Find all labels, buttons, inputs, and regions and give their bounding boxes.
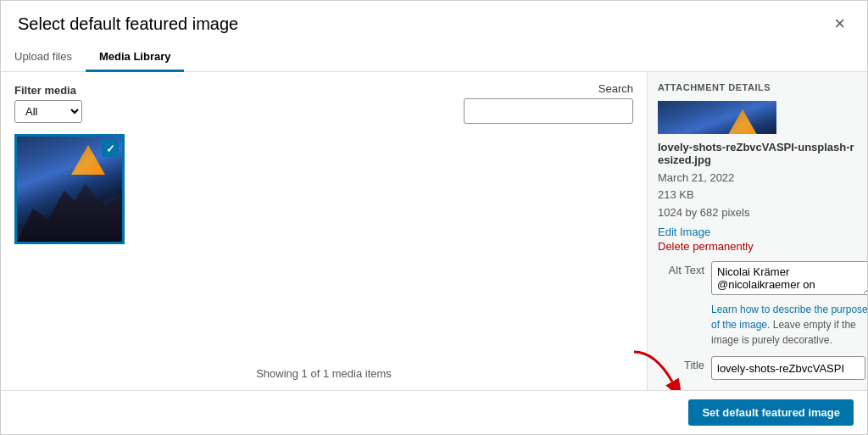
alt-text-field-row: Alt Text Nicolai Krämer @nicolaikraemer … (658, 261, 857, 348)
set-default-featured-button[interactable]: Set default featured image (688, 399, 854, 426)
title-field-row: Title (658, 356, 857, 380)
alt-text-input[interactable]: Nicolai Krämer @nicolaikraemer on (711, 261, 867, 295)
alt-text-hint: Learn how to describe the purpose of the… (711, 302, 867, 348)
attachment-date: March 21, 2022 (658, 170, 857, 187)
dialog-tabs: Upload files Media Library (1, 43, 867, 72)
tab-media-library[interactable]: Media Library (86, 43, 185, 72)
arrow-indicator (630, 348, 681, 390)
filter-media-label: Filter media (14, 84, 82, 97)
filter-media-select[interactable]: All Images Video Audio Documents (14, 100, 82, 123)
attachment-filename: lovely-shots-reZbvcVASPI-unsplash-resize… (658, 141, 857, 166)
attachment-thumbnail (658, 101, 857, 134)
attachment-filesize: 213 KB (658, 187, 857, 204)
title-input[interactable] (711, 356, 865, 380)
dialog-title: Select default featured image (18, 14, 238, 34)
dialog-body: Filter media All Images Video Audio Docu… (1, 72, 867, 390)
selected-checkmark: ✓ (102, 140, 119, 157)
dialog-header: Select default featured image × (1, 1, 867, 43)
edit-image-link[interactable]: Edit Image (658, 226, 857, 238)
media-area: Filter media All Images Video Audio Docu… (1, 72, 647, 390)
attachment-preview-image (658, 101, 776, 134)
search-input[interactable] (464, 98, 633, 124)
filter-row: Filter media All Images Video Audio Docu… (14, 82, 633, 124)
media-grid: ✓ (14, 134, 633, 357)
close-button[interactable]: × (829, 13, 850, 35)
search-label: Search (598, 82, 633, 95)
attachment-sidebar: ATTACHMENT DETAILS lovely-shots-reZbvcVA… (647, 72, 867, 390)
attachment-dimensions: 1024 by 682 pixels (658, 204, 857, 222)
attachment-details-title: ATTACHMENT DETAILS (658, 82, 857, 92)
search-area: Search (464, 82, 633, 124)
media-count: Showing 1 of 1 media items (14, 367, 633, 380)
media-item[interactable]: ✓ (14, 134, 125, 244)
alt-text-label: Alt Text (658, 261, 704, 276)
tab-upload-files[interactable]: Upload files (1, 43, 86, 72)
filter-left: Filter media All Images Video Audio Docu… (14, 84, 82, 123)
dialog-footer: Set default featured image (1, 390, 867, 434)
select-featured-image-dialog: Select default featured image × Upload f… (0, 0, 868, 435)
delete-permanently-link[interactable]: Delete permanently (658, 240, 857, 253)
